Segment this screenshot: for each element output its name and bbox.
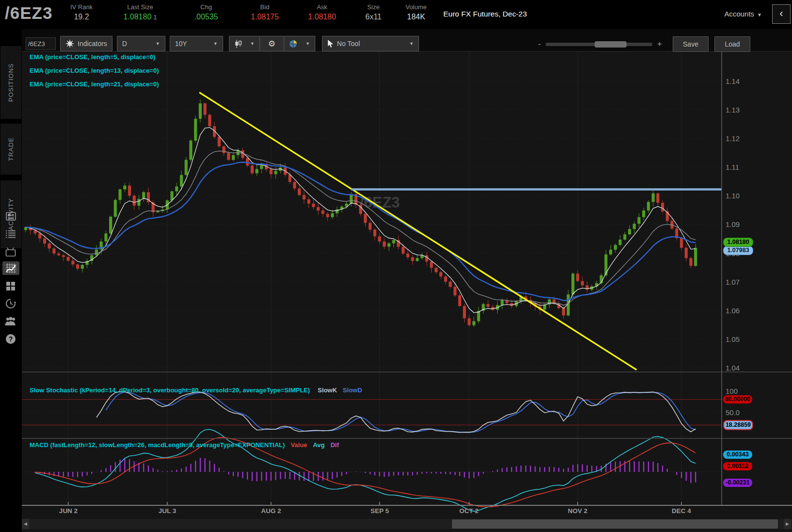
drawing-tool-value: No Tool xyxy=(337,40,360,48)
stoch-axis-tick: 50.0 xyxy=(726,408,740,417)
chevron-down-icon: ▼ xyxy=(245,41,255,46)
gear-icon: ⚙ xyxy=(265,39,279,49)
stochastic-label-text: Slow Stochastic (kPeriod=14, dPeriod=3, … xyxy=(30,387,310,394)
tv-icon[interactable] xyxy=(3,245,18,258)
stat-label: Last Size xyxy=(127,3,153,11)
indicators-label: Indicators xyxy=(78,40,107,48)
stochastic-study-label: Slow Stochastic (kPeriod=14, dPeriod=3, … xyxy=(30,387,362,394)
trading-platform: /6EZ3 EMA (price=CLOSE, length=5, displa… xyxy=(0,0,792,532)
history-icon[interactable] xyxy=(3,297,18,310)
stoch-overbought-bubble: 80.00000 xyxy=(723,395,752,403)
stoch-last-value-bubble: 18.28859 xyxy=(723,420,753,430)
chevron-down-icon: ▼ xyxy=(757,12,762,17)
aggregation-dropdown[interactable]: D ▼ xyxy=(117,36,165,51)
flexible-grid-icon xyxy=(289,40,297,48)
date-axis-tick: DEC 4 xyxy=(672,507,691,515)
sidebar-tab-trade[interactable]: TRADE xyxy=(0,124,21,175)
price-axis-tick: 1.13 xyxy=(726,106,740,114)
stat-label: Size xyxy=(367,3,379,11)
date-axis-tick: NOV 2 xyxy=(568,507,588,515)
chart-style-group: ▼ ⚙ ▼ xyxy=(229,36,315,51)
save-button[interactable]: Save xyxy=(673,36,709,52)
last-size-qty: 1 xyxy=(153,14,157,21)
ema21-price-bubble: 1.07983 xyxy=(723,246,753,255)
macd-value-bubble: 0.00112 xyxy=(723,462,752,470)
stat-label: Bid xyxy=(260,3,270,11)
accounts-dropdown[interactable]: Accounts▼ xyxy=(724,10,762,18)
macd-dif-bubble: -0.00231 xyxy=(723,479,752,487)
price-axis-tick: 1.10 xyxy=(726,192,740,200)
chevron-down-icon: ▼ xyxy=(151,41,160,46)
chevron-down-icon: ▼ xyxy=(301,41,310,46)
chart-type-button[interactable]: ▼ xyxy=(229,36,260,51)
quote-header: /6EZ3 IV Rank 19.2 Last Size 1.081801 Ch… xyxy=(0,0,792,29)
watchlist-icon[interactable] xyxy=(3,227,18,241)
community-icon[interactable] xyxy=(3,314,18,328)
slowd-legend: SlowD xyxy=(343,387,362,394)
scroll-right-arrow-icon[interactable]: ▶ xyxy=(784,519,791,529)
instrument-description: Euro FX Futures, Dec-23 xyxy=(443,0,527,29)
chart-icon[interactable] xyxy=(2,261,19,275)
ema5-study-label: EMA (price=CLOSE, length=5, displace=0) xyxy=(30,53,155,61)
svg-text:?: ? xyxy=(9,335,13,343)
date-axis-tick: SEP 5 xyxy=(371,507,389,515)
price-axis-tick: 1.05 xyxy=(726,335,740,343)
chart-toolbar: Indicators D ▼ 10Y ▼ ▼ ⚙ ▼ xyxy=(22,35,792,52)
stat-label: Ask xyxy=(317,3,327,11)
date-axis-tick: JUL 3 xyxy=(159,507,177,515)
stat-ask: Ask 1.08180 xyxy=(294,0,350,29)
price-axis-tick: 1.11 xyxy=(726,163,739,171)
macd-avg-bubble: 0.00343 xyxy=(723,451,752,459)
ema21-study-label: EMA (price=CLOSE, length=21, displace=0) xyxy=(30,81,159,88)
zoom-in-button[interactable]: + xyxy=(652,39,667,49)
range-dropdown[interactable]: 10Y ▼ xyxy=(170,36,223,51)
stat-value: .00535 xyxy=(194,13,218,21)
grid-icon[interactable] xyxy=(3,279,18,293)
price-axis-tick: 1.06 xyxy=(726,306,740,315)
scrollbar-handle[interactable] xyxy=(452,519,778,529)
left-sidebar: POSITIONS TRADE ACTIVITY ? xyxy=(0,29,22,532)
symbol-input[interactable] xyxy=(26,37,56,50)
stat-volume: Volume 184K xyxy=(397,0,436,29)
date-axis-tick: AUG 2 xyxy=(261,507,281,515)
drawing-tool-dropdown[interactable]: No Tool ▼ xyxy=(322,36,419,51)
stat-label: Chg xyxy=(200,3,212,11)
sidebar-tab-positions[interactable]: POSITIONS xyxy=(0,46,21,119)
chart-area[interactable]: /6EZ3 EMA (price=CLOSE, length=5, displa… xyxy=(0,0,792,532)
indicators-icon xyxy=(65,39,74,48)
help-icon[interactable]: ? xyxy=(3,332,18,346)
scroll-left-arrow-icon[interactable]: ◀ xyxy=(22,519,29,529)
accounts-label: Accounts xyxy=(724,10,754,18)
price-axis-tick: 1.04 xyxy=(726,364,740,372)
stat-value: 1.08180 xyxy=(308,13,336,21)
stoch-axis-tick: 100 xyxy=(726,387,738,395)
date-axis-tick: OCT 2 xyxy=(459,507,479,515)
collapse-panel-button[interactable]: ‹ xyxy=(772,4,791,24)
macd-study-label: MACD (fastLength=12, slowLength=26, macd… xyxy=(30,441,339,449)
last-price-bubble: 1.08180 xyxy=(723,238,753,247)
chevron-down-icon: ▼ xyxy=(209,41,218,46)
toolbar-right-group: - + Save Load xyxy=(533,36,750,52)
slowk-legend: SlowK xyxy=(318,387,337,394)
stat-iv-rank: IV Rank 19.2 xyxy=(59,0,104,29)
stat-bid: Bid 1.08175 xyxy=(236,0,294,29)
header-symbol: /6EZ3 xyxy=(5,3,52,23)
chart-horizontal-scrollbar[interactable]: ◀ ▶ xyxy=(22,519,792,529)
zoom-out-button[interactable]: - xyxy=(533,39,546,49)
stat-label: IV Rank xyxy=(70,3,93,11)
stat-value: 6x11 xyxy=(365,13,382,21)
aggregation-value: D xyxy=(122,40,127,48)
macd-label-text: MACD (fastLength=12, slowLength=26, macd… xyxy=(30,441,285,449)
grid-layout-button[interactable]: ▼ xyxy=(284,36,315,51)
candlestick-icon xyxy=(234,40,242,48)
ema13-study-label: EMA (price=CLOSE, length=13, displace=0) xyxy=(30,67,159,74)
stat-value: 1.081801 xyxy=(123,13,157,21)
chart-settings-button[interactable]: ⚙ xyxy=(260,36,284,51)
time-zoom-slider[interactable] xyxy=(546,43,652,46)
indicators-button[interactable]: Indicators xyxy=(60,36,113,51)
price-chart-canvas[interactable]: /6EZ3 xyxy=(0,0,792,532)
slider-handle[interactable] xyxy=(595,41,627,48)
quote-stats: IV Rank 19.2 Last Size 1.081801 Chg .005… xyxy=(59,0,527,29)
load-button[interactable]: Load xyxy=(714,36,750,52)
news-icon[interactable] xyxy=(3,210,18,223)
